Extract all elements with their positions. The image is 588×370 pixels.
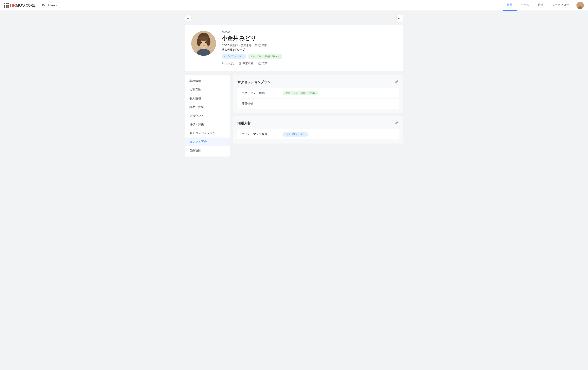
sidebar-item-career-qualifications[interactable]: 経歴・資格 xyxy=(185,103,230,111)
more-icon: ··· xyxy=(398,16,402,21)
office-label: 東京本社 xyxy=(243,62,253,65)
succession-plan-table: マネージャー候補 マネージャー候補：Ready 幹部候補 --- xyxy=(237,88,399,109)
meta-office: 東京本社 xyxy=(239,62,253,65)
meta-employment-type: 正社員 xyxy=(222,62,234,65)
profile-meta: 正社員 東京本社 xyxy=(222,62,397,65)
svg-rect-19 xyxy=(259,63,261,65)
page-container: ← ··· xyxy=(180,11,408,161)
header: HRMOS CORE Employee 社員 チーム 組織 ワークフロー xyxy=(0,0,588,11)
breadcrumb-arrow-2: › xyxy=(253,44,253,47)
main-content: サクセッションプラン マネージャー候補 マネージャー候補：Ready xyxy=(233,75,403,156)
succession-plan-edit-button[interactable] xyxy=(394,79,399,85)
succession-plan-title: サクセッションプラン xyxy=(237,80,271,85)
profile-card: 000008 小金井 みどり CORE事業部 › 営業本部 › 第1営業部 法人… xyxy=(185,25,403,71)
succession-plan-section: サクセッションプラン マネージャー候補 マネージャー候補：Ready xyxy=(233,75,403,113)
app-logo: HRMOS CORE xyxy=(10,3,35,8)
active-talent-header: 活躍人材 xyxy=(237,120,399,126)
dropdown-label: Employee xyxy=(42,4,55,7)
svg-point-12 xyxy=(205,42,206,43)
employee-group: 法人営業1グループ xyxy=(222,48,397,52)
svg-point-4 xyxy=(579,3,581,6)
sidebar-item-account[interactable]: アカウント xyxy=(185,111,230,120)
svg-rect-18 xyxy=(240,63,241,63)
sidebar-item-work-info[interactable]: 業務情報 xyxy=(185,77,230,86)
building-icon xyxy=(239,62,242,65)
employee-id: 000008 xyxy=(222,31,397,34)
badge-high-performer: ハイパフォーマー xyxy=(222,54,246,59)
breadcrumb-dept2: 営業本部 xyxy=(241,44,252,47)
nav-item-employees[interactable]: 社員 xyxy=(503,0,517,11)
sidebar-item-personnel-transfer[interactable]: 人事異動 xyxy=(185,86,230,94)
briefcase-icon xyxy=(258,62,261,65)
nav-item-workflow[interactable]: ワークフロー xyxy=(547,0,573,11)
svg-rect-17 xyxy=(240,63,240,63)
table-row: マネージャー候補 マネージャー候補：Ready xyxy=(237,88,399,98)
nav-item-team[interactable]: チーム xyxy=(517,0,534,11)
back-icon: ← xyxy=(187,17,190,20)
active-talent-section: 活躍人材 パフォーマンス発揮 ハイパフォーマー xyxy=(233,116,403,143)
active-talent-edit-button[interactable] xyxy=(394,120,399,126)
more-options-button[interactable]: ··· xyxy=(396,15,403,22)
breadcrumb-dept1: CORE事業部 xyxy=(222,44,238,47)
department-label: 営業 xyxy=(262,62,268,65)
manager-candidate-badge: マネージャー候補：Ready xyxy=(283,91,318,95)
logo-area: HRMOS CORE xyxy=(4,3,35,8)
employee-badges: ハイパフォーマー マネージャー候補：Ready xyxy=(222,54,397,59)
performance-value: ハイパフォーマー xyxy=(283,132,308,136)
badge-manager-candidate: マネージャー候補：Ready xyxy=(248,54,282,59)
breadcrumb-arrow-1: › xyxy=(239,44,240,47)
active-talent-title: 活躍人材 xyxy=(237,121,251,126)
breadcrumb: CORE事業部 › 営業本部 › 第1営業部 xyxy=(222,44,397,47)
sidebar-item-goals-evaluation[interactable]: 目標・評価 xyxy=(185,120,230,129)
main-nav: 社員 チーム 組織 ワークフロー xyxy=(503,0,584,11)
employee-name: 小金井 みどり xyxy=(222,35,397,42)
succession-plan-header: サクセッションプラン xyxy=(237,79,399,85)
sidebar-item-free-items[interactable]: 自由項目 xyxy=(185,146,230,155)
content-area: 業務情報 人事異動 個人情報 経歴・資格 アカウント 目標・評価 個人コンディシ… xyxy=(185,75,403,156)
chevron-down-icon xyxy=(56,5,58,6)
performance-badge: ハイパフォーマー xyxy=(283,132,308,136)
person-icon xyxy=(222,62,225,65)
svg-point-15 xyxy=(223,62,224,63)
svg-point-11 xyxy=(201,42,202,43)
active-talent-table: パフォーマンス発揮 ハイパフォーマー xyxy=(237,129,399,139)
manager-candidate-label: マネージャー候補 xyxy=(242,91,283,95)
meta-department: 営業 xyxy=(258,62,268,65)
back-button[interactable]: ← xyxy=(185,15,192,22)
table-row: パフォーマンス発揮 ハイパフォーマー xyxy=(237,129,399,139)
top-bar: ← ··· xyxy=(185,15,403,22)
grid-menu-icon[interactable] xyxy=(4,3,9,8)
table-row: 幹部候補 --- xyxy=(237,98,399,109)
employee-dropdown[interactable]: Employee xyxy=(40,3,60,8)
manager-candidate-value: マネージャー候補：Ready xyxy=(283,91,318,95)
sidebar-nav: 業務情報 人事異動 個人情報 経歴・資格 アカウント 目標・評価 個人コンディシ… xyxy=(185,75,230,156)
nav-item-organization[interactable]: 組織 xyxy=(534,0,547,11)
employment-type-label: 正社員 xyxy=(226,62,234,65)
sidebar-item-personal-condition[interactable]: 個人コンディション xyxy=(185,129,230,138)
sidebar-item-talent-category[interactable]: タレント区分 xyxy=(185,138,230,146)
sidebar-item-personal-info[interactable]: 個人情報 xyxy=(185,94,230,103)
profile-info: 000008 小金井 みどり CORE事業部 › 営業本部 › 第1営業部 法人… xyxy=(222,31,397,65)
breadcrumb-dept3: 第1営業部 xyxy=(255,44,267,47)
svg-point-10 xyxy=(199,36,208,41)
executive-candidate-label: 幹部候補 xyxy=(242,102,283,106)
user-avatar[interactable] xyxy=(577,2,584,9)
performance-label: パフォーマンス発揮 xyxy=(242,132,283,136)
executive-candidate-value: --- xyxy=(283,102,286,105)
profile-avatar xyxy=(191,31,216,56)
